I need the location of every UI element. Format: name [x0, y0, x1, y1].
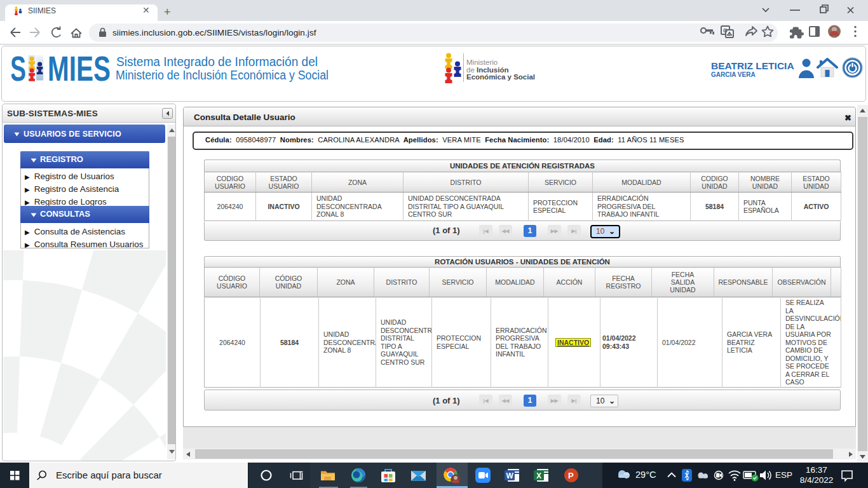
svg-text:X: X [536, 471, 541, 480]
svg-text:Ministerio de Inclusión Económ: Ministerio de Inclusión Económica y Soci… [116, 68, 329, 82]
svg-text:G: G [723, 27, 728, 34]
svg-text:P: P [568, 471, 574, 480]
svg-text:MIES: MIES [48, 55, 111, 83]
svg-text:W: W [506, 471, 514, 480]
svg-text:Sistema Integrado de Informaci: Sistema Integrado de Información del [116, 55, 318, 69]
svg-text:S: S [11, 55, 26, 83]
